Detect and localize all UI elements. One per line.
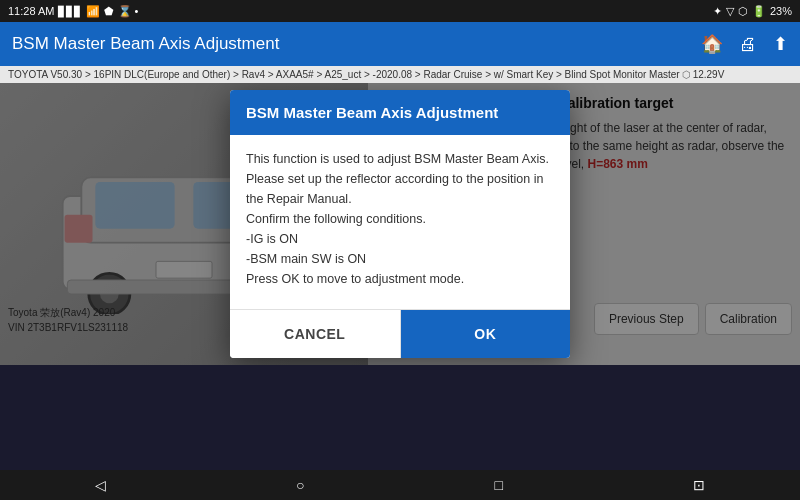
battery-icon: 🔋 bbox=[752, 5, 766, 18]
breadcrumb-text: TOYOTA V50.30 > 16PIN DLC(Europe and Oth… bbox=[8, 69, 680, 80]
voltage-display: 12.29V bbox=[693, 69, 725, 80]
time-display: 11:28 AM bbox=[8, 5, 54, 17]
location-icon: ▽ bbox=[726, 5, 734, 18]
dialog-line5: -BSM main SW is ON bbox=[246, 249, 554, 269]
home-button[interactable]: ○ bbox=[296, 477, 304, 493]
app-header: BSM Master Beam Axis Adjustment 🏠 🖨 ⬆ bbox=[0, 22, 800, 66]
dialog: BSM Master Beam Axis Adjustment This fun… bbox=[230, 90, 570, 358]
dialog-body: This function is used to adjust BSM Mast… bbox=[230, 135, 570, 303]
ok-button[interactable]: OK bbox=[401, 310, 571, 358]
dialog-header: BSM Master Beam Axis Adjustment bbox=[230, 90, 570, 135]
share-icon[interactable]: ⬆ bbox=[773, 33, 788, 55]
status-bar: 11:28 AM ▊▊▊ 📶 ⬟ ⌛ • ✦ ▽ ⬡ 🔋 23% bbox=[0, 0, 800, 22]
status-right: ✦ ▽ ⬡ 🔋 23% bbox=[713, 5, 792, 18]
recent-button[interactable]: □ bbox=[495, 477, 503, 493]
screenshot-button[interactable]: ⊡ bbox=[693, 477, 705, 493]
breadcrumb-sep: ⬡ bbox=[682, 69, 691, 80]
signal-icon: ▊▊▊ bbox=[58, 6, 82, 17]
dialog-line6: Press OK to move to adjustment mode. bbox=[246, 269, 554, 289]
battery-percent: 23% bbox=[770, 5, 792, 17]
print-icon[interactable]: 🖨 bbox=[739, 34, 757, 55]
dialog-title: BSM Master Beam Axis Adjustment bbox=[246, 104, 498, 121]
dialog-footer: CANCEL OK bbox=[230, 309, 570, 358]
header-icons: 🏠 🖨 ⬆ bbox=[701, 33, 788, 55]
main-area: Place the calibration target 2. Turn on … bbox=[0, 83, 800, 365]
back-button[interactable]: ◁ bbox=[95, 477, 106, 493]
bluetooth-icon: ✦ bbox=[713, 5, 722, 18]
home-icon[interactable]: 🏠 bbox=[701, 33, 723, 55]
dialog-line2: Please set up the reflector according to… bbox=[246, 169, 554, 209]
status-left: 11:28 AM ▊▊▊ 📶 ⬟ ⌛ • bbox=[8, 5, 138, 18]
page-title: BSM Master Beam Axis Adjustment bbox=[12, 34, 279, 54]
shield-icon: ⬡ bbox=[738, 5, 748, 18]
dialog-line3: Confirm the following conditions. bbox=[246, 209, 554, 229]
nav-bar: ◁ ○ □ ⊡ bbox=[0, 470, 800, 500]
dialog-line4: -IG is ON bbox=[246, 229, 554, 249]
extra-icons: ⬟ ⌛ • bbox=[104, 5, 138, 18]
breadcrumb: TOYOTA V50.30 > 16PIN DLC(Europe and Oth… bbox=[0, 66, 800, 83]
wifi-icon: 📶 bbox=[86, 5, 100, 18]
dialog-line1: This function is used to adjust BSM Mast… bbox=[246, 149, 554, 169]
cancel-button[interactable]: CANCEL bbox=[230, 310, 401, 358]
modal-overlay: BSM Master Beam Axis Adjustment This fun… bbox=[0, 83, 800, 365]
